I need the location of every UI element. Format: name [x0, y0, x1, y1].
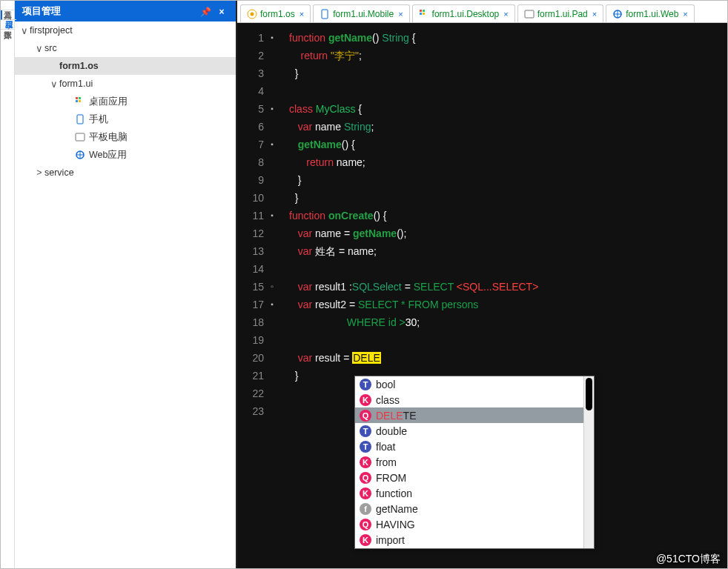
code-line[interactable]: }	[289, 171, 727, 189]
code-line[interactable]: }	[289, 64, 727, 82]
tree-row[interactable]: 桌面应用	[15, 93, 236, 110]
autocomplete-item[interactable]: Kimport	[355, 532, 583, 548]
code-line[interactable]: function onCreate() {	[289, 207, 727, 224]
line-number: 9	[237, 171, 276, 189]
autocomplete-item[interactable]: QFROM	[355, 470, 583, 485]
svg-rect-1	[79, 97, 81, 99]
autocomplete-item[interactable]: Kclass	[355, 392, 583, 407]
editor-tab[interactable]: form1.os×	[240, 4, 311, 22]
svg-rect-9	[322, 10, 328, 19]
fold-icon[interactable]: ▪	[268, 29, 276, 47]
tree-row[interactable]: ∨form1.ui	[15, 75, 236, 93]
pad-icon	[524, 9, 535, 19]
tab-close-icon[interactable]: ×	[683, 10, 687, 19]
tab-label: form1.ui.Web	[626, 9, 678, 19]
tree-row[interactable]: >service	[15, 164, 236, 182]
code-line[interactable]: var result = DELE	[289, 349, 727, 367]
tree-twisty-icon[interactable]: ∨	[34, 43, 44, 54]
type-badge-icon: Q	[360, 410, 371, 422]
autocomplete-list[interactable]: TboolKclassQDELETETdoubleTfloatKfromQFRO…	[355, 376, 583, 548]
fold-icon[interactable]: ▪	[268, 296, 276, 313]
autocomplete-item[interactable]: Tfloat	[355, 439, 583, 454]
code-line[interactable]: var result1 :SQLSelect = SELECT <SQL...S…	[289, 278, 727, 296]
line-number: 1▪	[237, 29, 276, 47]
code-line[interactable]: getName() {	[289, 136, 727, 153]
line-number: 18	[237, 313, 276, 331]
pin-icon[interactable]: 📌	[199, 7, 212, 17]
line-number: 8	[237, 153, 276, 171]
code-line[interactable]: var 姓名 = name;	[289, 242, 727, 260]
tab-close-icon[interactable]: ×	[398, 10, 403, 19]
tree-label: form1.ui	[59, 79, 93, 89]
code-line[interactable]	[289, 82, 727, 100]
tool-tab[interactable]: 工具箱	[1, 1, 15, 10]
fold-icon[interactable]: ▪	[268, 207, 276, 224]
svg-rect-5	[76, 133, 85, 141]
autocomplete-item[interactable]: Tdouble	[355, 423, 583, 439]
code-line[interactable]	[289, 260, 727, 278]
type-badge-icon: T	[360, 425, 371, 437]
code-line[interactable]: return name;	[289, 153, 727, 171]
line-number: 3	[237, 64, 276, 82]
tree-twisty-icon[interactable]: ∨	[19, 25, 30, 36]
tool-column: 工具箱工程目录数据库	[1, 1, 15, 568]
autocomplete-popup[interactable]: TboolKclassQDELETETdoubleTfloatKfromQFRO…	[354, 376, 595, 549]
tree-label: firstproject	[30, 25, 73, 36]
sidebar-title: 项目管理	[22, 4, 61, 18]
autocomplete-item[interactable]: QDELETE	[355, 407, 583, 423]
tab-label: form1.ui.Pad	[537, 9, 588, 19]
autocomplete-item[interactable]: Tbool	[355, 376, 583, 392]
autocomplete-item[interactable]: QHAVING	[355, 516, 583, 532]
type-badge-icon: T	[360, 441, 371, 453]
tree-row[interactable]: form1.os	[15, 57, 236, 75]
tool-tab[interactable]: 数据库	[1, 20, 15, 30]
code-line[interactable]	[289, 331, 727, 349]
code-editor[interactable]: 1▪2345▪67▪891011▪12131415▫17▪18192021222…	[237, 23, 727, 568]
editor-tab[interactable]: form1.ui.Web×	[606, 4, 695, 22]
line-number: 17▪	[237, 296, 276, 313]
code-line[interactable]: WHERE id >30;	[289, 313, 727, 331]
svg-rect-4	[77, 115, 83, 124]
autocomplete-item[interactable]: fgetName	[355, 501, 583, 516]
tree-twisty-icon[interactable]: >	[34, 167, 44, 178]
tree-label: form1.os	[59, 61, 99, 71]
fold-icon[interactable]: ▪	[268, 136, 276, 153]
tree-label: 桌面应用	[89, 96, 128, 108]
editor-tab[interactable]: form1.ui.Mobile×	[313, 4, 409, 22]
autocomplete-item[interactable]: Kfunction	[355, 485, 583, 501]
tree-row[interactable]: 手机	[15, 110, 236, 128]
tree-row[interactable]: Web应用	[15, 146, 236, 164]
autocomplete-scrollbar[interactable]	[583, 376, 594, 548]
tree-row[interactable]: ∨firstproject	[15, 21, 236, 39]
code-line[interactable]: return "李宁";	[289, 47, 727, 64]
fold-icon[interactable]: ▪	[268, 100, 276, 118]
tab-close-icon[interactable]: ×	[300, 10, 304, 19]
tab-close-icon[interactable]: ×	[592, 10, 597, 19]
code-line[interactable]: class MyClass {	[289, 100, 727, 118]
editor-tab[interactable]: form1.ui.Desktop×	[412, 4, 515, 22]
fold-icon[interactable]: ▫	[268, 278, 276, 296]
editor-gutter: 1▪2345▪67▪891011▪12131415▫17▪18192021222…	[237, 23, 280, 568]
tree-twisty-icon[interactable]: ∨	[49, 79, 59, 90]
tree-row[interactable]: 平板电脑	[15, 128, 236, 146]
autocomplete-item[interactable]: Kfrom	[355, 454, 583, 470]
code-line[interactable]: function getName() String {	[289, 29, 727, 47]
close-icon[interactable]: ×	[215, 7, 228, 17]
code-line[interactable]: var result2 = SELECT * FROM persons	[289, 296, 727, 313]
type-badge-icon: K	[360, 534, 371, 546]
project-tree[interactable]: ∨firstproject∨srcform1.os∨form1.ui桌面应用手机…	[15, 21, 236, 568]
editor-tab[interactable]: form1.ui.Pad×	[517, 4, 603, 22]
type-badge-icon: K	[360, 456, 371, 468]
svg-point-8	[251, 12, 254, 16]
desktop-icon	[419, 9, 429, 19]
code-line[interactable]: var name String;	[289, 118, 727, 136]
tab-close-icon[interactable]: ×	[503, 10, 508, 19]
tool-tab[interactable]: 工程目录	[1, 10, 16, 20]
code-line[interactable]: var name = getName();	[289, 224, 727, 242]
os-icon	[247, 9, 257, 19]
svg-rect-11	[423, 10, 425, 12]
tree-label: 平板电脑	[89, 131, 128, 144]
tree-row[interactable]: ∨src	[15, 39, 236, 57]
code-line[interactable]: }	[289, 189, 727, 207]
tree-label: service	[44, 167, 74, 178]
